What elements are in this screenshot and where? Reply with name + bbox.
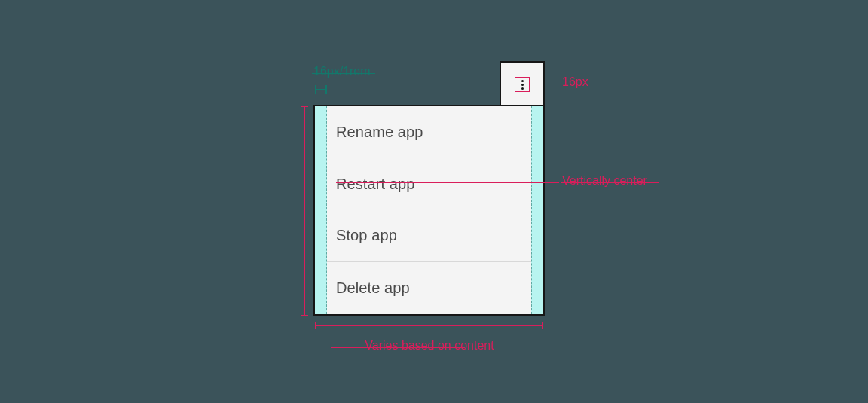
- leader-line: [336, 182, 559, 183]
- spec-diagram: 16px/1rem 16px Rename app Restart app St…: [0, 0, 868, 403]
- bracket-cap: [301, 106, 308, 107]
- vertical-center-annotation-label: Vertically center: [562, 174, 647, 188]
- bracket-cap: [301, 315, 308, 316]
- menu-item-rename[interactable]: Rename app: [327, 106, 531, 158]
- menu-items: Rename app Restart app Stop app Delete a…: [327, 106, 531, 314]
- overflow-menu-panel: Rename app Restart app Stop app Delete a…: [313, 105, 545, 316]
- strike-line: [561, 182, 659, 183]
- icon-bounding-box-annotation: [515, 77, 530, 92]
- menu-item-restart[interactable]: Restart app: [327, 158, 531, 210]
- menu-item-label: Delete app: [336, 279, 410, 297]
- bracket-cap: [542, 322, 543, 329]
- padding-annotation-label: 16px/1rem: [313, 65, 371, 78]
- width-bracket-line: [315, 325, 543, 326]
- menu-item-label: Rename app: [336, 124, 423, 141]
- menu-item-delete[interactable]: Delete app: [327, 262, 531, 314]
- padding-highlight-left: [315, 106, 327, 314]
- width-annotation-label: Varies based on content: [332, 339, 527, 353]
- menu-item-label: Restart app: [336, 176, 415, 193]
- padding-highlight-right: [531, 106, 543, 314]
- strike-line: [331, 347, 465, 348]
- bracket-cap: [315, 322, 316, 329]
- menu-item-stop[interactable]: Stop app: [327, 210, 531, 262]
- strike-line: [312, 73, 375, 74]
- strike-line: [561, 84, 591, 84]
- menu-item-label: Stop app: [336, 227, 397, 244]
- icon-size-annotation-label: 16px: [562, 75, 588, 89]
- overflow-menu-vertical-icon: [521, 80, 524, 90]
- leader-line: [530, 84, 559, 84]
- height-bracket-line: [304, 106, 305, 316]
- bracket-bar: [315, 89, 327, 90]
